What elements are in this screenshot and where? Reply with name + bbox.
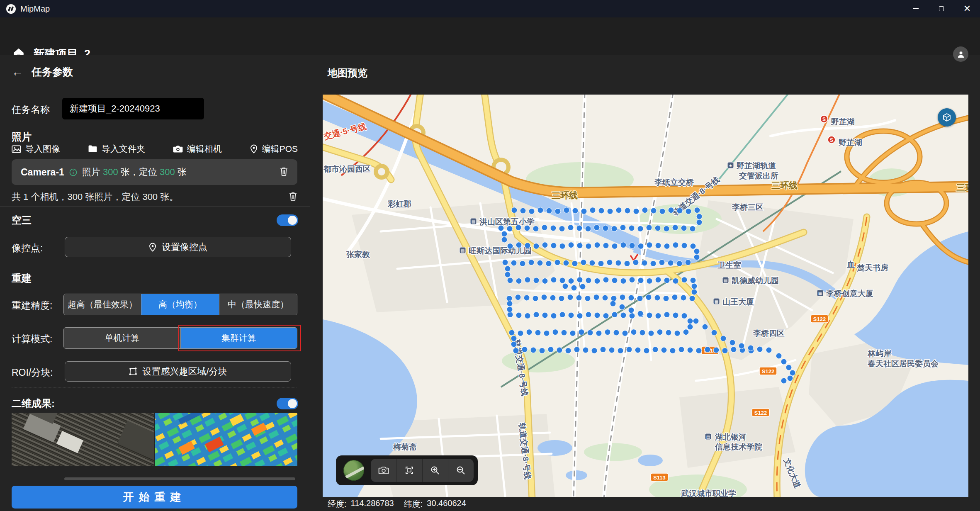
photo-position-dot (559, 243, 565, 249)
photo-position-dot (572, 208, 578, 214)
dsm-preview-thumbnail[interactable] (155, 413, 297, 466)
photo-position-dot (668, 260, 674, 266)
photo-position-dot (664, 243, 670, 249)
zoom-out-button[interactable] (448, 459, 474, 482)
fit-extent-button[interactable] (396, 459, 422, 482)
map-canvas[interactable]: 交通·5·号线都市沁园西区彩虹郡张家敦▤洪山区第五小学▤旺斯达国际幼儿园卫生室▤… (323, 95, 968, 497)
zoom-in-button[interactable] (423, 459, 448, 482)
photo-position-dot (720, 336, 726, 341)
photo-position-dot (655, 225, 661, 231)
photo-position-dot (568, 312, 574, 318)
delete-all-button[interactable] (289, 192, 297, 203)
maximize-button[interactable] (929, 0, 954, 17)
photo-position-dot (637, 226, 643, 231)
photo-position-dot (640, 330, 645, 336)
layers-button[interactable] (938, 108, 956, 127)
precision-ultra[interactable]: 超高（最佳效果） (64, 294, 141, 315)
photo-position-dot (551, 243, 557, 248)
precision-high[interactable]: 高（均衡） (141, 294, 219, 315)
precision-medium[interactable]: 中（最快速度） (219, 294, 297, 315)
photo-position-dot (722, 348, 728, 353)
photo-position-dot (511, 260, 517, 266)
photo-position-dot (505, 266, 511, 272)
photo-position-dot (629, 225, 635, 231)
svg-text:▦: ▦ (818, 291, 822, 296)
photo-position-dot (571, 285, 577, 291)
horizontal-scrollbar[interactable] (64, 477, 295, 480)
photo-position-dot (713, 347, 719, 353)
photo-position-dot (629, 277, 635, 283)
photo-actions-row: 导入图像 导入文件夹 编辑相机 (12, 143, 298, 155)
photo-position-dot (498, 225, 504, 231)
photo-position-dot (638, 243, 644, 249)
photo-position-dot (603, 225, 608, 231)
photo-position-dot (611, 295, 617, 301)
minimize-button[interactable] (903, 0, 929, 17)
start-rebuild-button[interactable]: 开始重建 (12, 486, 297, 509)
photo-position-dot (594, 242, 600, 248)
photo-position-dot (694, 254, 700, 260)
photo-position-dot (628, 295, 634, 301)
edit-pos-button[interactable]: 编辑POS (250, 143, 298, 155)
photo-position-dot (626, 347, 632, 353)
basemap-satellite-thumbnail[interactable] (343, 460, 364, 481)
map-label: 梅菊斋 (393, 443, 417, 451)
close-button[interactable]: ✕ (954, 0, 980, 17)
map-label: 旺斯达国际幼儿园 (469, 246, 532, 255)
photo-position-dot (711, 330, 717, 336)
import-folder-label: 导入文件夹 (102, 143, 145, 155)
photo-position-dot (577, 277, 583, 283)
task-name-input[interactable] (62, 98, 204, 119)
photo-position-dot (542, 225, 547, 231)
photo-position-dot (511, 207, 517, 213)
maximize-icon (939, 6, 944, 11)
photo-position-dot (685, 260, 691, 265)
app-logo-icon (6, 4, 16, 14)
photo-position-dot (524, 295, 530, 301)
photo-position-dot (612, 243, 618, 249)
camera-card[interactable]: Camera-1 照片 300 张，定位 300 张 (12, 159, 297, 185)
photos-heading: 照片 (12, 130, 32, 144)
photo-position-dot (507, 243, 513, 249)
map-label: 三环线 (552, 190, 578, 200)
zoom-out-icon (456, 465, 466, 475)
photo-position-dot (537, 260, 543, 266)
compute-cluster[interactable]: 集群计算 (181, 328, 297, 348)
photo-position-dot (683, 329, 689, 335)
compute-single[interactable]: 单机计算 (64, 328, 181, 348)
photo-position-dot (598, 208, 604, 214)
svg-text:S: S (830, 137, 833, 143)
photo-position-dot (511, 336, 517, 341)
delete-camera-button[interactable] (280, 167, 288, 178)
photo-position-dot (681, 225, 687, 231)
aero-triangulation-label: 空三 (12, 214, 32, 227)
photo-position-dot (520, 208, 526, 214)
toggle-knob (288, 399, 297, 408)
photo-position-dot (681, 295, 686, 301)
photo-position-dot (663, 295, 669, 301)
result2d-toggle[interactable] (277, 398, 298, 409)
map-label: 信息技术学院 (715, 443, 763, 451)
photo-position-dot (541, 294, 547, 300)
back-arrow-icon[interactable]: ← (12, 66, 23, 78)
screenshot-button[interactable] (371, 459, 396, 482)
user-avatar-button[interactable] (953, 46, 968, 62)
photo-position-dot (580, 284, 586, 290)
photo-position-dot (603, 243, 609, 248)
set-roi-button[interactable]: 设置感兴趣区域/分块 (65, 361, 291, 382)
import-image-button[interactable]: 导入图像 (12, 143, 60, 155)
aero-toggle[interactable] (277, 214, 298, 226)
precision-label: 重建精度: (12, 299, 52, 312)
camera-name: Camera-1 (21, 167, 64, 178)
edit-camera-button[interactable]: 编辑相机 (173, 143, 222, 155)
set-gcp-button[interactable]: 设置像控点 (65, 237, 291, 257)
map-label: 李桥三区 (732, 203, 764, 212)
photo-position-dot (568, 242, 574, 248)
ortho-preview-thumbnail[interactable] (12, 413, 154, 466)
photo-position-dot (563, 260, 569, 266)
photo-position-dot (673, 278, 678, 284)
svg-text:S122: S122 (762, 368, 774, 375)
import-folder-button[interactable]: 导入文件夹 (88, 143, 145, 155)
photo-position-dot (689, 295, 695, 301)
map-label: 湖北银河 (715, 433, 747, 441)
